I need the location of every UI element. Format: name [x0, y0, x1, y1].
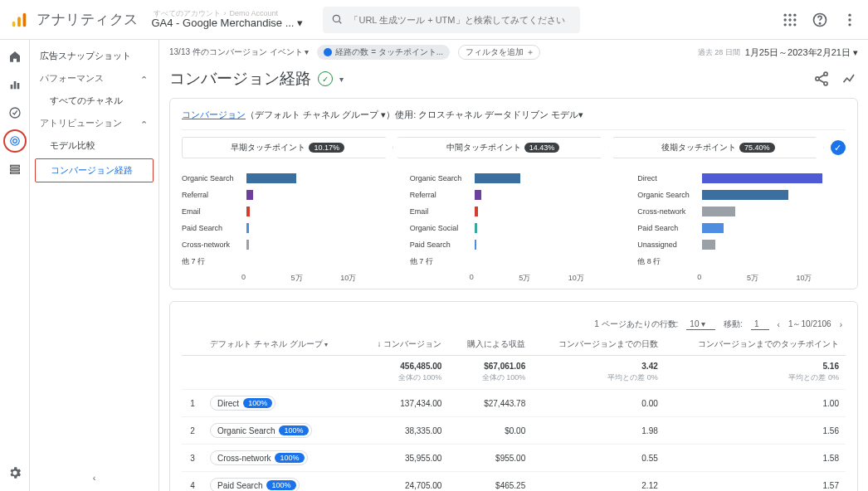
nav-attribution[interactable]: アトリビューション ⌃ [30, 112, 158, 134]
svg-point-10 [793, 18, 796, 21]
svg-point-15 [819, 22, 820, 23]
table-row[interactable]: 1 Direct100% 137,434.00$27,443.780.001.0… [182, 390, 846, 417]
search-icon [331, 13, 343, 27]
conversion-settings[interactable]: コンバージョン（デフォルト チャネル グループ ▾）使用: クロスチャネル デー… [182, 109, 846, 130]
chart-bar: Email [410, 203, 618, 220]
nav-snapshot[interactable]: 広告スナップショット [30, 45, 158, 67]
svg-point-11 [784, 23, 787, 26]
property-selector[interactable]: すべてのアカウント›Demo Account GA4 - Google Merc… [152, 9, 304, 30]
chart-bar: Organic Search [410, 170, 618, 187]
rail-explore-icon[interactable] [3, 101, 27, 124]
share-icon[interactable] [813, 70, 830, 87]
svg-line-4 [339, 21, 342, 23]
chart-bar: Unassigned [637, 236, 846, 253]
pager-range: 1～10/2106 [788, 318, 831, 330]
pager-next-icon[interactable]: › [840, 320, 842, 329]
svg-point-8 [784, 18, 787, 21]
svg-rect-19 [10, 85, 12, 89]
svg-point-12 [788, 23, 791, 26]
add-filter-button[interactable]: フィルタを追加＋ [458, 45, 540, 60]
goto-label: 移動: [724, 318, 743, 330]
brand-name: アナリティクス [37, 10, 139, 29]
table-row[interactable]: 3 Cross-network100% 35,955.00$955.000.55… [182, 445, 846, 472]
svg-point-3 [334, 15, 340, 22]
apps-icon[interactable] [782, 12, 798, 28]
svg-rect-26 [10, 168, 19, 170]
svg-line-31 [819, 75, 824, 78]
chevron-up-icon: ⌃ [140, 119, 149, 128]
rail-config-icon[interactable] [3, 158, 27, 181]
col-touchpoints[interactable]: コンバージョンまでのタッチポイント [665, 333, 846, 356]
tab-early-touchpoint[interactable]: 早期タッチポイント10.17% [182, 137, 393, 158]
channel-chip[interactable]: Direct100% [210, 396, 276, 411]
svg-point-24 [10, 137, 19, 146]
svg-point-6 [788, 13, 791, 16]
pager-prev-icon[interactable]: ‹ [778, 320, 780, 329]
collapse-sidebar-icon[interactable]: ‹ [93, 473, 96, 483]
svg-point-7 [793, 13, 796, 16]
nav-conversion-paths[interactable]: コンバージョン経路 [35, 158, 154, 182]
filter-chip[interactable]: 経路の数 = タッチポイント... [317, 45, 450, 60]
svg-rect-20 [13, 81, 16, 89]
nav-model-compare[interactable]: モデル比較 [30, 134, 158, 157]
svg-rect-27 [10, 172, 19, 173]
channel-chip[interactable]: Organic Search100% [210, 423, 312, 438]
chart-bar: Referral [410, 187, 618, 203]
svg-rect-1 [17, 17, 21, 27]
col-channel-group[interactable]: デフォルト チャネル グループ [210, 339, 328, 348]
page-title: コンバージョン経路 [169, 68, 311, 90]
tab-late-touchpoint[interactable]: 後期タッチポイント75.40% [612, 137, 824, 158]
rail-home-icon[interactable] [3, 45, 27, 68]
chart-bar: Organic Search [637, 187, 846, 203]
chart-bar: Organic Social [410, 220, 618, 236]
date-range-picker[interactable]: 1月25日～2023年2月21日 ▾ [745, 46, 858, 59]
nav-all-channels[interactable]: すべてのチャネル [30, 90, 158, 112]
chart-bar: 他 7 行 [182, 253, 390, 270]
status-dropdown-icon[interactable]: ▾ [339, 75, 344, 84]
chart-bar: Paid Search [637, 220, 846, 236]
channel-chip[interactable]: Paid Search100% [210, 478, 300, 491]
rail-ads-icon[interactable] [3, 129, 27, 153]
svg-point-28 [824, 72, 827, 75]
col-days[interactable]: コンバージョンまでの日数 [532, 333, 665, 356]
svg-point-9 [788, 18, 791, 21]
rows-per-page-label: 1 ページあたりの行数: [594, 318, 678, 330]
touchpoint-check-icon[interactable]: ✓ [831, 140, 846, 155]
svg-point-18 [848, 23, 851, 26]
col-revenue[interactable]: 購入による収益 [448, 333, 532, 356]
rail-reports-icon[interactable] [3, 73, 27, 96]
tab-mid-touchpoint[interactable]: 中間タッチポイント14.43% [397, 137, 608, 158]
event-count[interactable]: 13/13 件のコンバージョン イベント ▾ [169, 46, 309, 58]
svg-rect-0 [12, 21, 16, 26]
conversion-path-table: デフォルト チャネル グループ コンバージョン 購入による収益 コンバージョンま… [182, 333, 846, 491]
touchpoint-card: コンバージョン（デフォルト チャネル グループ ▾）使用: クロスチャネル デー… [169, 98, 858, 289]
svg-point-23 [12, 139, 17, 143]
search-box[interactable] [323, 7, 580, 33]
chart-bar: Paid Search [410, 236, 618, 253]
rows-per-page-select[interactable]: 10 ▾ [686, 319, 715, 330]
insights-icon[interactable] [841, 70, 858, 87]
svg-point-17 [848, 18, 851, 21]
svg-rect-21 [17, 83, 19, 89]
svg-point-16 [848, 13, 851, 16]
more-vert-icon[interactable] [841, 12, 858, 28]
svg-rect-25 [10, 165, 19, 167]
help-icon[interactable] [812, 12, 828, 28]
ga-logo-icon [10, 11, 28, 29]
chart-bar: Referral [182, 187, 390, 203]
status-check-icon[interactable]: ✓ [318, 71, 333, 86]
channel-chip[interactable]: Cross-network100% [210, 450, 308, 465]
nav-performance[interactable]: パフォーマンス ⌃ [30, 67, 158, 90]
svg-rect-2 [23, 12, 27, 27]
chart-bar: Direct [637, 170, 846, 187]
goto-page-input[interactable]: 1 [751, 319, 769, 330]
chart-bar: Cross-network [637, 203, 846, 220]
chart-bar: Organic Search [182, 170, 390, 187]
chart-bar: Email [182, 203, 390, 220]
rail-settings-icon[interactable] [3, 461, 27, 484]
svg-point-13 [793, 23, 796, 26]
svg-point-5 [784, 13, 787, 16]
table-row[interactable]: 4 Paid Search100% 24,705.00$465.252.121.… [182, 472, 846, 492]
table-row[interactable]: 2 Organic Search100% 38,335.00$0.001.981… [182, 417, 846, 445]
search-input[interactable] [349, 15, 572, 25]
